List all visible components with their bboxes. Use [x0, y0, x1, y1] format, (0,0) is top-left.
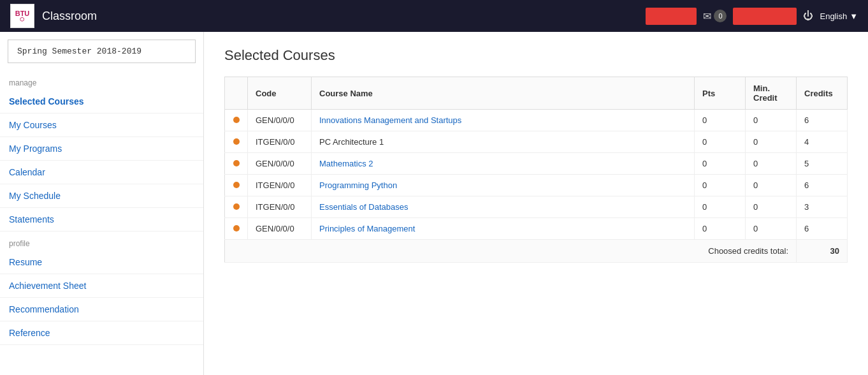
- sidebar-item-my-programs[interactable]: My Programs: [0, 137, 203, 161]
- row-pts: 0: [695, 196, 746, 218]
- semester-box: Spring Semester 2018-2019: [8, 40, 196, 63]
- row-pts: 0: [695, 218, 746, 240]
- row-course-name: PC Architecture 1: [312, 131, 695, 153]
- row-course-name[interactable]: Innovations Management and Startups: [312, 110, 695, 131]
- language-selector[interactable]: English ▼: [820, 11, 858, 21]
- courses-table: Code Course Name Pts Min. Credit Credits…: [224, 77, 848, 263]
- sidebar-item-statements[interactable]: Statements: [0, 208, 203, 232]
- row-min-credit: 0: [746, 131, 797, 153]
- row-course-name[interactable]: Programming Python: [312, 175, 695, 196]
- total-value: 30: [797, 240, 848, 263]
- sidebar-item-calendar[interactable]: Calendar: [0, 161, 203, 184]
- power-icon[interactable]: ⏻: [803, 10, 813, 22]
- row-course-name[interactable]: Mathematics 2: [312, 153, 695, 175]
- sidebar-item-reference[interactable]: Reference: [0, 321, 203, 345]
- status-dot: [233, 117, 240, 123]
- sidebar-item-my-courses[interactable]: My Courses: [0, 114, 203, 137]
- row-credits: 4: [797, 131, 848, 153]
- col-dot: [225, 77, 248, 110]
- table-row: ITGEN/0/0PC Architecture 1004: [225, 131, 848, 153]
- row-credits: 3: [797, 196, 848, 218]
- total-label: Choosed credits total:: [225, 240, 797, 263]
- app-logo: BTU ⬡: [10, 4, 34, 28]
- header-button-2[interactable]: [733, 8, 797, 25]
- row-credits: 6: [797, 218, 848, 240]
- status-dot: [233, 182, 240, 188]
- row-dot-cell: [225, 218, 248, 240]
- main-content: Selected Courses Code Course Name Pts Mi…: [204, 32, 868, 375]
- row-pts: 0: [695, 131, 746, 153]
- lang-label: English: [820, 11, 847, 21]
- col-course-name: Course Name: [312, 77, 695, 110]
- header-actions: ✉ 0 ⏻ English ▼: [646, 8, 858, 25]
- row-dot-cell: [225, 196, 248, 218]
- page-layout: Spring Semester 2018-2019 manage Selecte…: [0, 32, 868, 375]
- row-code: GEN/0/0/0: [248, 110, 312, 131]
- sidebar-item-my-schedule[interactable]: My Schedule: [0, 184, 203, 208]
- status-dot: [233, 138, 240, 145]
- row-dot-cell: [225, 131, 248, 153]
- table-header-row: Code Course Name Pts Min. Credit Credits: [225, 77, 848, 110]
- total-row: Choosed credits total: 30: [225, 240, 848, 263]
- table-row: ITGEN/0/0Programming Python006: [225, 175, 848, 196]
- table-row: GEN/0/0/0Innovations Management and Star…: [225, 110, 848, 131]
- table-row: ITGEN/0/0Essentials of Databases003: [225, 196, 848, 218]
- status-dot: [233, 160, 240, 166]
- row-min-credit: 0: [746, 110, 797, 131]
- page-title: Selected Courses: [224, 47, 848, 64]
- sidebar-item-resume[interactable]: Resume: [0, 251, 203, 274]
- row-code: ITGEN/0/0: [248, 175, 312, 196]
- col-code: Code: [248, 77, 312, 110]
- row-pts: 0: [695, 153, 746, 175]
- row-min-credit: 0: [746, 175, 797, 196]
- row-code: GEN/0/0/0: [248, 218, 312, 240]
- row-credits: 6: [797, 110, 848, 131]
- row-pts: 0: [695, 175, 746, 196]
- manage-section-label: manage: [0, 71, 203, 90]
- row-credits: 6: [797, 175, 848, 196]
- row-code: GEN/0/0/0: [248, 153, 312, 175]
- row-code: ITGEN/0/0: [248, 196, 312, 218]
- row-min-credit: 0: [746, 153, 797, 175]
- sidebar-item-recommendation[interactable]: Recommendation: [0, 298, 203, 321]
- row-pts: 0: [695, 110, 746, 131]
- sidebar: Spring Semester 2018-2019 manage Selecte…: [0, 32, 204, 375]
- sidebar-item-achievement-sheet[interactable]: Achievement Sheet: [0, 274, 203, 298]
- col-credits: Credits: [797, 77, 848, 110]
- lang-chevron-icon: ▼: [850, 11, 858, 21]
- header-button-1[interactable]: [646, 8, 697, 25]
- status-dot: [233, 225, 240, 232]
- row-credits: 5: [797, 153, 848, 175]
- row-dot-cell: [225, 110, 248, 131]
- mail-section: ✉ 0: [703, 10, 727, 22]
- row-dot-cell: [225, 175, 248, 196]
- status-dot: [233, 203, 240, 210]
- col-pts: Pts: [695, 77, 746, 110]
- col-min-credit: Min. Credit: [746, 77, 797, 110]
- row-min-credit: 0: [746, 218, 797, 240]
- sidebar-item-selected-courses[interactable]: Selected Courses: [0, 90, 203, 114]
- row-course-name[interactable]: Essentials of Databases: [312, 196, 695, 218]
- app-title: Classroom: [42, 10, 638, 23]
- app-header: BTU ⬡ Classroom ✉ 0 ⏻ English ▼: [0, 0, 868, 32]
- table-row: GEN/0/0/0Mathematics 2005: [225, 153, 848, 175]
- mail-badge: 0: [714, 10, 727, 22]
- row-course-name[interactable]: Principles of Management: [312, 218, 695, 240]
- row-min-credit: 0: [746, 196, 797, 218]
- table-row: GEN/0/0/0Principles of Management006: [225, 218, 848, 240]
- row-dot-cell: [225, 153, 248, 175]
- profile-section-label: profile: [0, 232, 203, 251]
- mail-icon[interactable]: ✉: [703, 10, 711, 22]
- row-code: ITGEN/0/0: [248, 131, 312, 153]
